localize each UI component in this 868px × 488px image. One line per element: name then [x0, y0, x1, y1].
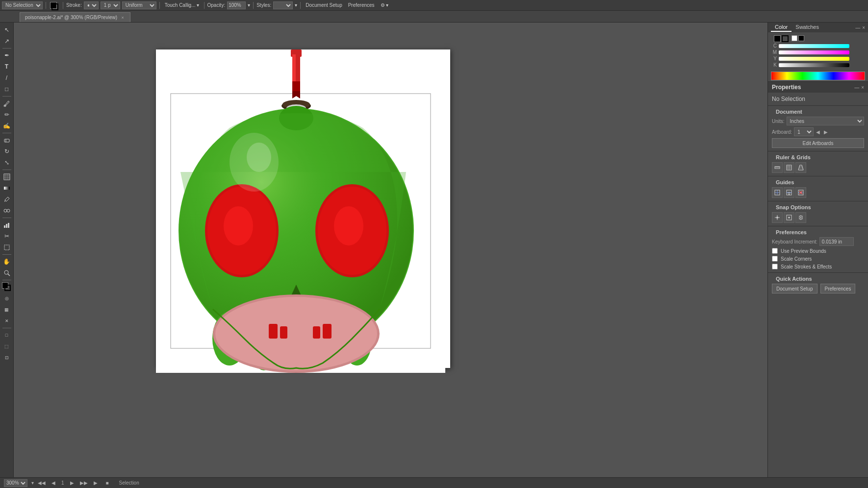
- zoom-btn[interactable]: [1, 268, 12, 278]
- scale-strokes-label: Scale Strokes & Effects: [781, 264, 832, 269]
- selection-dropdown[interactable]: No Selection: [2, 1, 43, 9]
- tab-close-btn[interactable]: ×: [120, 15, 125, 20]
- blob-brush-btn[interactable]: ✍: [1, 121, 12, 131]
- artboard-next-btn[interactable]: ▶: [822, 127, 829, 136]
- hand-btn[interactable]: ✋: [1, 256, 12, 267]
- m-slider[interactable]: [779, 50, 849, 54]
- opacity-arrow[interactable]: ▾: [248, 2, 250, 8]
- chart-btn[interactable]: [1, 220, 12, 230]
- next-page-btn[interactable]: ▶▶: [80, 479, 88, 487]
- rotate-btn[interactable]: ↻: [1, 146, 12, 157]
- extra-options-btn[interactable]: ⚙ ▾: [379, 1, 391, 10]
- svg-rect-11: [4, 225, 5, 228]
- none-mode-btn[interactable]: ✕: [1, 316, 12, 326]
- top-toolbar: No Selection Stroke: ● 1 pt Uniform Touc…: [0, 0, 868, 11]
- scale-strokes-row: Scale Strokes & Effects: [768, 263, 868, 270]
- fill-stroke-mode[interactable]: [1, 282, 12, 293]
- scale-btn[interactable]: ⤡: [1, 157, 12, 168]
- divider-4: [768, 201, 868, 201]
- direct-selection-btn[interactable]: ↗: [1, 36, 12, 47]
- dropdown-arrow: ▾: [197, 2, 199, 8]
- slice-btn[interactable]: ✂: [1, 231, 12, 242]
- perspective-icon-btn[interactable]: [795, 162, 806, 173]
- gradient-btn[interactable]: [1, 183, 12, 194]
- rect-tool-btn[interactable]: □: [1, 84, 12, 95]
- color-mode-btn[interactable]: ◎: [1, 293, 12, 304]
- scale-strokes-checkbox[interactable]: [772, 264, 778, 269]
- stroke-color-select[interactable]: ●: [84, 1, 99, 9]
- draw-inside-btn[interactable]: ⊡: [1, 352, 12, 363]
- gradient-mode-btn[interactable]: ▦: [1, 304, 12, 315]
- blend-btn[interactable]: [1, 205, 12, 216]
- snap-to-grid-btn[interactable]: [784, 212, 794, 223]
- swatches-tab[interactable]: Swatches: [791, 23, 823, 32]
- snap-to-point-btn[interactable]: [772, 212, 783, 223]
- draw-normal-btn[interactable]: □: [1, 330, 12, 341]
- document-tab[interactable]: poisonapple-2.ai* @ 300% (RGB/Preview) ×: [20, 12, 130, 22]
- edit-artboards-btn[interactable]: Edit Artboards: [772, 138, 864, 148]
- k-slider[interactable]: [779, 63, 849, 67]
- stroke-weight-select[interactable]: 1 pt: [101, 1, 120, 9]
- zoom-arrow[interactable]: ▾: [31, 480, 34, 486]
- styles-select[interactable]: [273, 1, 293, 9]
- touch-calligraphy-btn[interactable]: Touch Callig... ▾: [163, 1, 201, 10]
- type-tool-btn[interactable]: T: [1, 61, 12, 72]
- white-swatch[interactable]: [791, 35, 797, 41]
- stroke-style-select[interactable]: Uniform: [122, 1, 156, 9]
- right-panels: Color Swatches — × C: [767, 23, 868, 477]
- separator-6: [300, 2, 301, 9]
- black-swatch[interactable]: [798, 35, 804, 41]
- show-guides-btn[interactable]: [772, 187, 783, 198]
- properties-panel: Properties — × No Selection Document Uni…: [768, 82, 868, 477]
- clear-guides-btn[interactable]: [795, 187, 806, 198]
- no-selection-label: No Selection: [772, 96, 805, 102]
- y-slider[interactable]: [779, 57, 849, 61]
- draw-behind-btn[interactable]: ⬚: [1, 341, 12, 352]
- props-close-btn[interactable]: ×: [861, 85, 864, 90]
- props-minimize-btn[interactable]: —: [854, 85, 859, 90]
- fill-stroke-indicator[interactable]: [49, 1, 60, 10]
- artboard-select[interactable]: 1: [794, 127, 814, 136]
- next-artboard-btn[interactable]: ▶: [68, 479, 76, 487]
- c-slider[interactable]: [779, 44, 849, 48]
- mesh-btn[interactable]: [1, 171, 12, 182]
- grid-icon-btn[interactable]: [784, 162, 794, 173]
- prev-page-btn[interactable]: ◀◀: [38, 479, 46, 487]
- line-tool-btn[interactable]: /: [1, 73, 12, 83]
- svg-rect-73: [789, 194, 790, 195]
- pen-tool-btn[interactable]: ✒: [1, 50, 12, 61]
- preferences-quick-btn[interactable]: Preferences: [820, 284, 856, 293]
- fill-color-swatch[interactable]: [774, 35, 781, 42]
- color-panel-header[interactable]: Color Swatches — ×: [768, 23, 868, 32]
- zoom-select[interactable]: 300%: [4, 479, 27, 487]
- preview-bounds-checkbox[interactable]: [772, 248, 778, 254]
- panel-close-btn[interactable]: ×: [862, 25, 865, 30]
- units-select[interactable]: Inches: [787, 117, 864, 125]
- panel-minimize-btn[interactable]: —: [855, 25, 860, 30]
- keyboard-increment-input[interactable]: 0.0139 in: [819, 237, 854, 246]
- styles-arrow[interactable]: ▾: [295, 2, 297, 8]
- scale-corners-checkbox[interactable]: [772, 256, 778, 262]
- opacity-input[interactable]: [227, 1, 246, 9]
- units-label: Units:: [772, 119, 785, 124]
- prev-artboard-btn[interactable]: ◀: [50, 479, 57, 487]
- eraser-btn[interactable]: [1, 135, 12, 146]
- selection-tool-btn[interactable]: ↖: [1, 24, 12, 35]
- lock-guides-btn[interactable]: [784, 187, 794, 198]
- ruler-icon-btn[interactable]: [772, 162, 783, 173]
- document-setup-btn[interactable]: Document Setup: [304, 1, 344, 10]
- snap-to-pixel-btn[interactable]: [795, 212, 806, 223]
- stroke-color-swatch[interactable]: [782, 35, 789, 42]
- stop-btn[interactable]: ■: [103, 479, 111, 487]
- paintbrush-tool-btn[interactable]: [1, 98, 12, 109]
- artboard-prev-btn[interactable]: ◀: [815, 127, 821, 136]
- document-setup-quick-btn[interactable]: Document Setup: [772, 284, 817, 293]
- pencil-tool-btn[interactable]: ✏: [1, 109, 12, 120]
- color-tab[interactable]: Color: [771, 23, 791, 32]
- play-btn[interactable]: ▶: [92, 479, 100, 487]
- color-spectrum[interactable]: [771, 72, 865, 80]
- svg-line-65: [802, 165, 803, 170]
- preferences-toolbar-btn[interactable]: Preferences: [346, 1, 377, 10]
- eyedropper-btn[interactable]: [1, 194, 12, 205]
- transform-btn[interactable]: [1, 242, 12, 253]
